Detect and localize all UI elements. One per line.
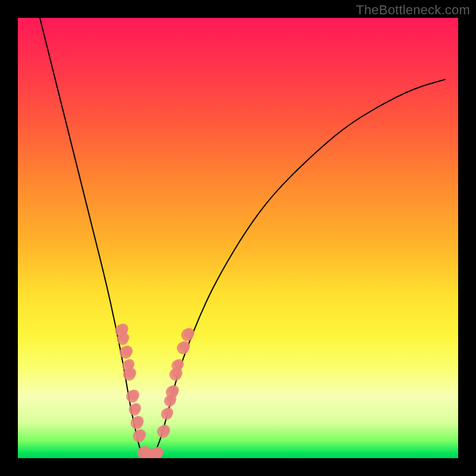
data-marker [122, 346, 133, 356]
data-marker [129, 390, 140, 400]
data-marker [164, 408, 173, 417]
data-marker [136, 429, 146, 440]
watermark-text: TheBottleneck.com [356, 2, 470, 18]
marker-group-bottom [137, 446, 164, 458]
marker-group-left [115, 324, 146, 443]
plot-area [18, 18, 458, 458]
data-marker [118, 324, 129, 334]
data-marker [120, 333, 129, 342]
data-marker [125, 359, 134, 368]
data-marker [168, 385, 179, 396]
data-marker [159, 425, 170, 436]
data-marker [180, 341, 190, 352]
data-marker [131, 403, 141, 412]
data-marker [133, 416, 144, 427]
data-marker [153, 447, 164, 458]
data-marker [174, 359, 184, 368]
data-marker [184, 328, 195, 339]
bottleneck-curve [40, 18, 445, 458]
data-marker [126, 368, 136, 378]
chart-frame: TheBottleneck.com [0, 0, 476, 476]
curve-svg [18, 18, 458, 458]
